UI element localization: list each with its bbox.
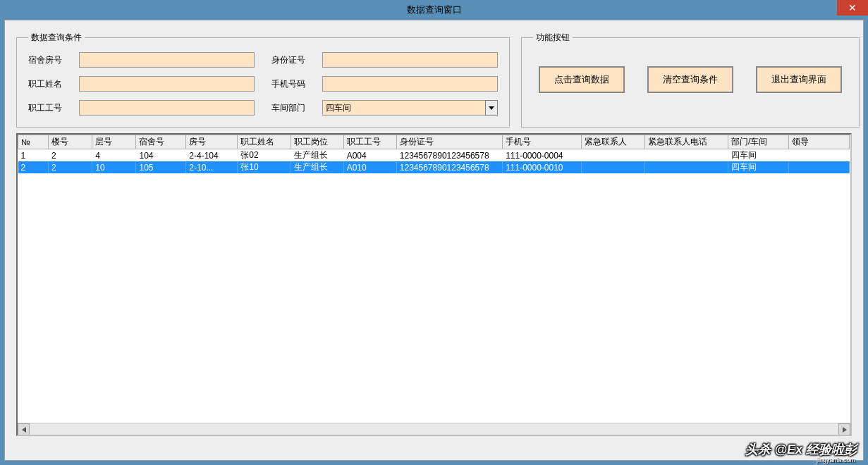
table-row[interactable]: 22101052-10...张10生产组长A010123456789012345… [18,161,850,173]
table-cell [644,149,728,162]
column-header[interactable]: 部门/车间 [728,135,789,149]
column-header[interactable]: 房号 [186,135,238,149]
column-header[interactable]: 紧急联系人电话 [644,135,728,149]
table-cell: 四车间 [728,149,789,162]
id-card-input[interactable] [322,52,498,68]
phone-input[interactable] [322,76,498,92]
window-title: 数据查询窗口 [407,4,462,16]
table-cell: 111-0000-0010 [503,161,582,173]
table-cell: 1234567890123456578 [396,161,502,173]
exit-button[interactable]: 退出查询界面 [756,66,842,93]
table-cell: 1 [18,149,49,162]
id-card-label: 身份证号 [271,54,305,66]
column-header[interactable]: 身份证号 [396,135,502,149]
dept-select[interactable] [322,100,498,116]
query-button[interactable]: 点击查询数据 [539,66,625,93]
emp-no-label: 职工工号 [28,102,62,114]
scroll-left-button[interactable] [18,423,30,435]
query-legend: 数据查询条件 [28,32,85,44]
table-cell: 10 [92,161,136,173]
top-panels: 数据查询条件 宿舍房号 身份证号 职工姓名 手机号码 职工工号 车间部门 [5,20,863,133]
scroll-right-button[interactable] [838,423,850,435]
table-cell [581,149,644,162]
window-body: 数据查询条件 宿舍房号 身份证号 职工姓名 手机号码 职工工号 车间部门 [4,20,864,461]
table-header: №楼号层号宿舍号房号职工姓名职工岗位职工工号身份证号手机号紧急联系人紧急联系人电… [18,135,850,149]
dorm-room-input[interactable] [79,52,255,68]
dorm-room-label: 宿舍房号 [28,54,62,66]
table-cell [788,149,849,162]
dept-select-value[interactable] [322,100,485,116]
table-cell: 生产组长 [291,161,343,173]
table-cell: 张10 [238,161,291,173]
table-cell: 4 [92,149,136,162]
column-header[interactable]: 职工工号 [343,135,396,149]
table-cell: 1234567890123456578 [396,149,502,162]
column-header[interactable]: 层号 [92,135,136,149]
table-row[interactable]: 1241042-4-104张02生产组长A0041234567890123456… [18,149,850,162]
table-cell [644,161,728,173]
table-cell [788,161,849,173]
dept-dropdown-button[interactable] [485,100,498,116]
data-table: №楼号层号宿舍号房号职工姓名职工岗位职工工号身份证号手机号紧急联系人紧急联系人电… [18,135,850,173]
close-icon: ✕ [848,2,857,13]
table-body: 1241042-4-104张02生产组长A0041234567890123456… [18,149,850,174]
column-header[interactable]: 手机号 [503,135,582,149]
table-cell: A004 [343,149,396,162]
column-header[interactable]: 职工岗位 [291,135,343,149]
table-cell: 2 [18,161,49,173]
table-cell: 104 [136,149,186,162]
clear-button[interactable]: 清空查询条件 [647,66,733,93]
emp-name-label: 职工姓名 [28,78,62,90]
table-cell: 111-0000-0004 [503,149,582,162]
column-header[interactable]: 紧急联系人 [581,135,644,149]
table-cell: 2 [48,149,92,162]
table-cell: 生产组长 [291,149,343,162]
scroll-track[interactable] [30,423,838,435]
emp-no-input[interactable] [79,100,255,116]
close-button[interactable]: ✕ [837,0,868,16]
emp-name-input[interactable] [79,76,255,92]
titlebar: 数据查询窗口 ✕ [0,0,868,20]
triangle-right-icon [843,427,847,433]
query-fieldset: 数据查询条件 宿舍房号 身份证号 职工姓名 手机号码 职工工号 车间部门 [16,32,510,128]
table-cell [581,161,644,173]
table-cell: 2-10... [186,161,238,173]
dept-label: 车间部门 [271,102,305,114]
column-header[interactable]: 领导 [788,135,849,149]
phone-label: 手机号码 [271,78,305,90]
triangle-left-icon [22,427,26,433]
column-header[interactable]: 职工姓名 [238,135,291,149]
column-header[interactable]: 宿舍号 [136,135,186,149]
table-cell: A010 [343,161,396,173]
action-fieldset: 功能按钮 点击查询数据 清空查询条件 退出查询界面 [521,32,860,128]
table-cell: 105 [136,161,186,173]
column-header[interactable]: № [18,135,49,149]
column-header[interactable]: 楼号 [48,135,92,149]
data-grid[interactable]: №楼号层号宿舍号房号职工姓名职工岗位职工工号身份证号手机号紧急联系人紧急联系人电… [16,133,852,436]
horizontal-scrollbar[interactable] [18,423,850,435]
query-grid: 宿舍房号 身份证号 职工姓名 手机号码 职工工号 车间部门 [28,52,498,116]
action-legend: 功能按钮 [533,32,573,44]
table-cell: 四车间 [728,161,789,173]
chevron-down-icon [489,106,494,110]
table-cell: 2-4-104 [186,149,238,162]
table-cell: 张02 [238,149,291,162]
table-cell: 2 [48,161,92,173]
action-buttons: 点击查询数据 清空查询条件 退出查询界面 [533,52,848,107]
